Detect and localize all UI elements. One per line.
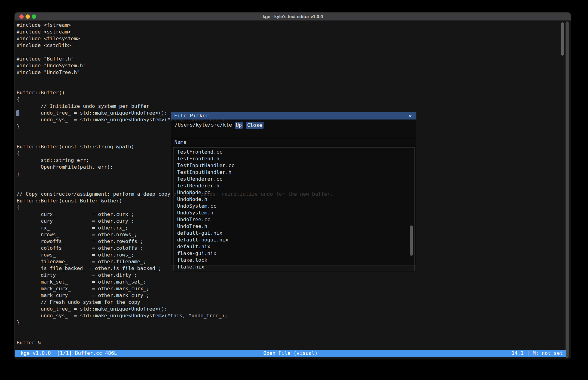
file-item[interactable]: TestFrontend.h xyxy=(177,155,415,162)
file-item[interactable]: TestInputHandler.cc xyxy=(177,162,415,169)
file-item[interactable]: TestRenderer.cc xyxy=(177,176,415,182)
file-item[interactable]: UndoTree.h xyxy=(177,223,415,230)
editor-scrollbar-track[interactable] xyxy=(566,22,569,358)
file-item[interactable]: flake.nix xyxy=(177,264,415,270)
separator xyxy=(171,138,416,138)
close-button[interactable]: Close xyxy=(246,122,264,129)
text-cursor xyxy=(16,110,19,116)
file-item[interactable]: UndoSystem.cc xyxy=(177,203,415,210)
dialog-close-icon[interactable]: ✕ xyxy=(407,112,413,119)
file-item[interactable]: UndoTree.cc xyxy=(177,216,415,223)
file-item[interactable]: flake-gui.nix xyxy=(177,250,415,257)
file-item[interactable]: default.nix xyxy=(177,243,415,250)
status-mode: Open File (visual) xyxy=(15,350,566,357)
file-picker-titlebar[interactable]: File Picker ✕ xyxy=(171,112,416,119)
status-cursor-info: 14,1 | M: not set xyxy=(511,350,563,357)
desktop: kge - kyle's text editor v1.0.0 #include… xyxy=(0,0,588,380)
file-picker-dialog: File Picker ✕ /Users/kyle/src/kte Up Clo… xyxy=(171,112,416,266)
file-item[interactable]: TestRenderer.h xyxy=(177,182,415,189)
file-item[interactable]: UndoNode.h xyxy=(177,196,415,203)
file-item[interactable]: default-gui.nix xyxy=(177,230,415,237)
file-item[interactable]: TestFrontend.cc xyxy=(177,149,415,155)
editor-scrollbar-thumb[interactable] xyxy=(561,22,564,56)
path-row: /Users/kyle/src/kte Up Close xyxy=(171,121,416,129)
name-column-header: Name xyxy=(174,139,186,146)
file-item[interactable]: UndoNode.cc xyxy=(177,189,415,196)
file-item[interactable]: TestInputHandler.h xyxy=(177,169,415,176)
file-item[interactable]: default-nogui.nix xyxy=(177,237,415,243)
window-title: kge - kyle's text editor v1.0.0 xyxy=(15,13,571,21)
status-bar: kge v1.0.0 [1/1] Buffer.cc 486L Open Fil… xyxy=(15,350,566,357)
file-picker-title: File Picker xyxy=(174,112,209,119)
file-item[interactable]: flake.lock xyxy=(177,257,415,264)
separator xyxy=(171,146,416,146)
up-button[interactable]: Up xyxy=(235,122,243,129)
file-item[interactable]: UndoSystem.h xyxy=(177,210,415,216)
window-titlebar[interactable]: kge - kyle's text editor v1.0.0 xyxy=(15,13,571,21)
current-path: /Users/kyle/src/kte xyxy=(175,122,232,128)
file-list[interactable]: TestFrontend.ccTestFrontend.hTestInputHa… xyxy=(173,147,415,271)
file-list-scrollbar-thumb[interactable] xyxy=(410,225,413,256)
file-picker-body: /Users/kyle/src/kte Up Close Name TestFr… xyxy=(171,119,416,266)
